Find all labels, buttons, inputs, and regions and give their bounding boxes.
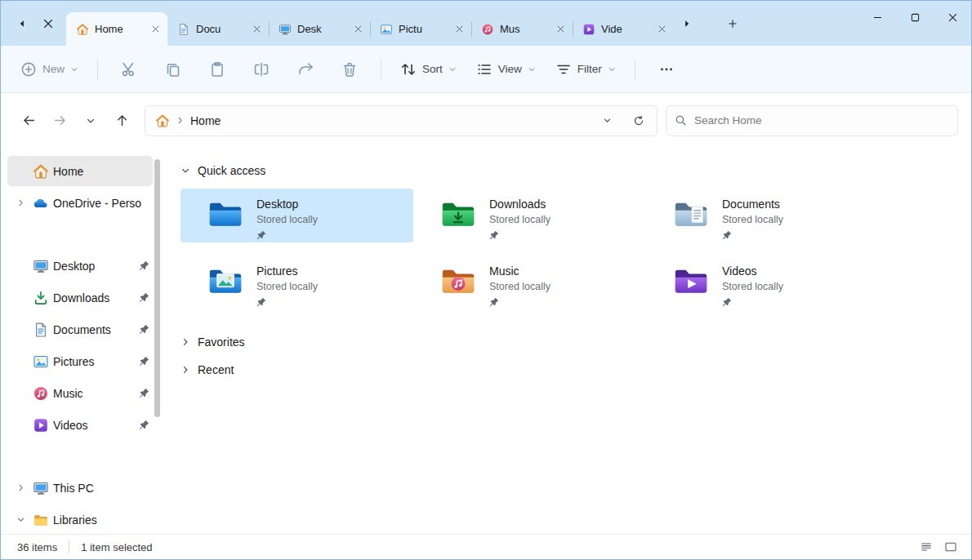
caret-left-icon: [17, 19, 27, 29]
new-button[interactable]: New: [12, 55, 87, 84]
close-window-button[interactable]: [934, 1, 971, 33]
folder-tile-pictures[interactable]: Pictures Stored locally: [181, 256, 413, 309]
tab-strip-close-button[interactable]: [35, 11, 61, 36]
chevron-right-icon: [181, 365, 190, 375]
sidebar-item-label: Libraries: [53, 513, 149, 527]
expand-chevron[interactable]: [12, 483, 29, 492]
see-more-button[interactable]: [648, 55, 685, 84]
sidebar-item-onedrive[interactable]: OneDrive - Perso: [7, 188, 153, 218]
folder-tile-documents[interactable]: Documents Stored locally: [646, 189, 879, 242]
folder-tile-music[interactable]: Music Stored locally: [413, 256, 646, 309]
view-button[interactable]: View: [468, 55, 544, 84]
chevron-down-icon: [603, 116, 612, 125]
quick-access-section-header[interactable]: Quick access: [181, 159, 265, 182]
filter-button[interactable]: Filter: [547, 55, 624, 84]
sidebar-item-downloads[interactable]: Downloads: [7, 282, 153, 313]
details-view-button[interactable]: [916, 537, 937, 557]
forward-button[interactable]: [45, 107, 74, 135]
recent-locations-button[interactable]: [76, 107, 105, 135]
tab-videos[interactable]: Vide: [573, 12, 674, 46]
file-explorer-window: Home Docu Desk Pictu Mus: [0, 0, 972, 560]
sidebar-item-desktop[interactable]: Desktop: [7, 251, 153, 281]
sidebar-scrollbar[interactable]: [154, 159, 160, 417]
sidebar-item-documents[interactable]: Documents: [7, 314, 153, 344]
documents-icon: [177, 23, 190, 36]
large-icons-view-button[interactable]: [940, 537, 961, 557]
close-tab-icon[interactable]: [654, 22, 669, 37]
sidebar-item-music[interactable]: Music: [7, 378, 153, 408]
tab-label: Home: [95, 23, 142, 35]
documents-folder-icon: [672, 197, 710, 234]
delete-button[interactable]: [331, 55, 368, 84]
refresh-button[interactable]: [626, 109, 652, 133]
tile-text: Desktop Stored locally: [256, 196, 318, 240]
navigation-pane: Home OneDrive - Perso Desktop Downloads: [1, 148, 163, 534]
close-tab-icon[interactable]: [350, 22, 365, 37]
sort-button[interactable]: Sort: [392, 55, 465, 84]
sidebar-item-videos[interactable]: Videos: [7, 410, 153, 440]
search-input[interactable]: [694, 114, 949, 127]
tab-desktop[interactable]: Desk: [269, 12, 370, 46]
close-tab-icon[interactable]: [249, 22, 264, 37]
close-tab-icon[interactable]: [553, 22, 568, 37]
tab-documents[interactable]: Docu: [167, 12, 269, 46]
breadcrumb[interactable]: Home: [190, 114, 221, 127]
desktop-icon: [33, 258, 49, 274]
tile-subtitle: Stored locally: [722, 212, 783, 227]
pin-icon: [139, 324, 149, 335]
minimize-button[interactable]: [858, 1, 896, 33]
sidebar-item-pictures[interactable]: Pictures: [7, 346, 153, 376]
window-controls: [858, 1, 971, 33]
cut-button[interactable]: [110, 55, 148, 84]
pictures-icon: [380, 23, 393, 36]
tile-subtitle: Stored locally: [489, 279, 551, 294]
sidebar-item-label: Videos: [53, 419, 135, 432]
rename-button[interactable]: [243, 55, 280, 84]
rename-icon: [253, 61, 270, 78]
downloads-folder-icon: [439, 197, 477, 234]
recent-section-header[interactable]: Recent: [181, 358, 234, 381]
collapse-chevron[interactable]: [12, 515, 29, 524]
copy-button[interactable]: [154, 55, 192, 84]
tile-name: Desktop: [256, 196, 318, 212]
search-icon: [675, 114, 687, 127]
tile-name: Videos: [722, 263, 783, 279]
tile-subtitle: Stored locally: [256, 279, 318, 294]
pin-icon: [139, 388, 149, 398]
sidebar-item-label: Downloads: [53, 291, 135, 304]
paste-button[interactable]: [198, 55, 236, 84]
search-box[interactable]: [666, 105, 958, 136]
tab-label: Mus: [500, 23, 547, 35]
close-tab-icon[interactable]: [148, 22, 163, 37]
maximize-button[interactable]: [896, 1, 934, 33]
home-icon: [33, 163, 49, 180]
folder-tile-desktop[interactable]: Desktop Stored locally: [181, 189, 413, 242]
section-label: Recent: [198, 363, 234, 376]
sidebar-item-this-pc[interactable]: This PC: [7, 473, 153, 503]
folder-tile-videos[interactable]: Videos Stored locally: [646, 256, 879, 309]
tab-home[interactable]: Home: [66, 12, 167, 46]
tab-music[interactable]: Mus: [471, 12, 573, 46]
up-button[interactable]: [107, 107, 136, 135]
delete-icon: [341, 61, 358, 78]
tab-scroll-right-button[interactable]: [674, 11, 700, 36]
new-tab-button[interactable]: [720, 11, 746, 36]
arrow-up-icon: [115, 113, 129, 127]
address-dropdown-button[interactable]: [594, 109, 620, 133]
tab-pictures[interactable]: Pictu: [370, 12, 471, 46]
close-tab-icon[interactable]: [452, 22, 466, 37]
address-bar[interactable]: Home: [145, 105, 658, 136]
this-pc-icon: [33, 480, 49, 496]
back-button[interactable]: [14, 107, 43, 135]
sidebar-item-libraries[interactable]: Libraries: [7, 504, 153, 535]
chevron-right-icon: [176, 116, 185, 125]
expand-chevron[interactable]: [12, 198, 29, 207]
tab-scroll-left-button[interactable]: [9, 11, 35, 36]
sidebar-item-home[interactable]: Home: [7, 156, 153, 186]
section-label: Favorites: [198, 336, 245, 349]
tab-label: Docu: [196, 23, 243, 35]
folder-tile-downloads[interactable]: Downloads Stored locally: [413, 189, 646, 242]
favorites-section-header[interactable]: Favorites: [181, 331, 245, 353]
plus-icon: [728, 19, 738, 29]
share-button[interactable]: [287, 55, 324, 84]
